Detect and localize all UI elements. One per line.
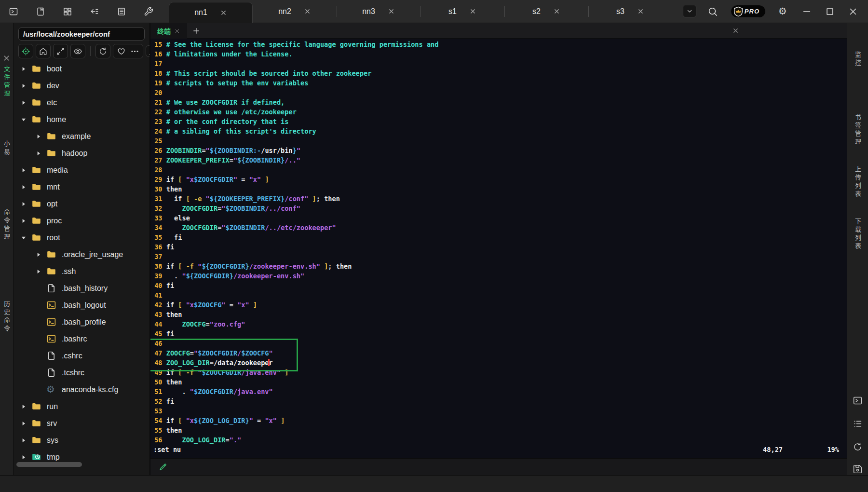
horizontal-scrollbar[interactable] (14, 461, 149, 468)
path-input[interactable]: /usr/local/zookeeper/conf (18, 27, 145, 41)
tree-item-home[interactable]: home (14, 111, 149, 128)
chevron-collapsed-icon[interactable] (35, 268, 42, 275)
left-rail-tab-文件管理[interactable]: 文件管理 (2, 66, 11, 98)
refresh-icon[interactable] (853, 442, 863, 452)
more-icon[interactable] (130, 47, 139, 56)
vim-editor[interactable]: 15 # See the License for the specific la… (150, 39, 847, 458)
close-tab-icon[interactable] (637, 8, 644, 15)
session-tab-nn2[interactable]: nn2 (253, 0, 337, 23)
terminal-tab[interactable]: 终端 (150, 23, 187, 39)
tree-item-run[interactable]: run (14, 398, 149, 415)
locate-icon-button[interactable] (18, 44, 33, 58)
chevron-collapsed-icon[interactable] (20, 66, 27, 72)
chevron-collapsed-icon[interactable] (35, 251, 42, 258)
minimize-icon[interactable] (801, 6, 812, 17)
tree-item-.bash_logout[interactable]: .bash_logout (14, 297, 149, 314)
right-rail-tab-书签管理[interactable]: 书签管理 (853, 114, 862, 147)
terminal-panel-close-icon[interactable] (732, 27, 739, 34)
left-rail-tab-命令管理[interactable]: 命令管理 (2, 209, 11, 242)
branch-icon[interactable] (88, 5, 101, 18)
tree-item-.bash_profile[interactable]: .bash_profile (14, 314, 149, 330)
session-tab-nn1[interactable]: nn1 (169, 2, 253, 23)
tree-item-anaconda-ks.cfg[interactable]: ⚙anaconda-ks.cfg (14, 381, 149, 398)
right-rail-tab-监控[interactable]: 监控 (853, 51, 862, 68)
close-tab-icon[interactable] (388, 8, 395, 15)
scrollbar-thumb[interactable] (16, 462, 82, 467)
close-tab-icon[interactable] (469, 8, 476, 15)
pen-icon[interactable] (158, 462, 168, 472)
right-rail-tab-下载列表[interactable]: 下载列表 (853, 218, 862, 251)
chevron-collapsed-icon[interactable] (20, 454, 27, 461)
list-icon[interactable] (853, 419, 863, 429)
panel-close-icon[interactable] (2, 54, 11, 62)
tree-item-proc[interactable]: proc (14, 212, 149, 229)
close-tab-icon[interactable] (220, 9, 227, 16)
chevron-collapsed-icon[interactable] (35, 150, 42, 157)
save-icon[interactable] (853, 464, 863, 474)
terminal-icon[interactable] (7, 5, 20, 18)
maximize-icon[interactable] (825, 6, 835, 17)
tree-item-example[interactable]: example (14, 128, 149, 145)
chevron-collapsed-icon[interactable] (35, 133, 42, 140)
tree-item-.oracle_jre_usage[interactable]: .oracle_jre_usage (14, 246, 149, 263)
tab-overflow-button[interactable] (683, 5, 696, 17)
tree-item-.bash_history[interactable]: .bash_history (14, 280, 149, 297)
resize-icon[interactable] (56, 47, 65, 56)
terminal-icon[interactable] (853, 396, 863, 406)
tree-item-media[interactable]: media (14, 162, 149, 178)
bookmark-icon[interactable] (34, 5, 47, 18)
heart-icon[interactable] (117, 47, 126, 56)
tree-item-.tcshrc[interactable]: .tcshrc (14, 364, 149, 381)
chevron-collapsed-icon[interactable] (20, 218, 27, 224)
chevron-collapsed-icon[interactable] (20, 201, 27, 207)
pro-badge[interactable]: PRO (731, 5, 766, 18)
session-tab-nn3[interactable]: nn3 (337, 0, 420, 23)
home-icon-button[interactable] (36, 44, 51, 58)
tree-item-.ssh[interactable]: .ssh (14, 263, 149, 280)
close-tab-icon[interactable] (553, 8, 560, 15)
new-terminal-icon[interactable] (192, 27, 201, 35)
search-icon[interactable] (707, 6, 718, 17)
tree-item-opt[interactable]: opt (14, 195, 149, 212)
close-window-icon[interactable] (848, 6, 858, 17)
tree-item-.cshrc[interactable]: .cshrc (14, 347, 149, 364)
heart-icon-button[interactable] (113, 44, 143, 58)
session-tab-s2[interactable]: s2 (504, 0, 588, 23)
layout-icon[interactable] (61, 5, 74, 18)
refresh-icon-button[interactable] (95, 44, 110, 58)
chevron-collapsed-icon[interactable] (20, 437, 27, 444)
chevron-collapsed-icon[interactable] (20, 420, 27, 427)
left-rail-tab-历史命令[interactable]: 历史命令 (2, 301, 11, 333)
eye-icon-button[interactable] (70, 44, 85, 58)
tree-item-root[interactable]: root (14, 229, 149, 246)
chevron-collapsed-icon[interactable] (20, 82, 27, 89)
tree-item-hadoop[interactable]: hadoop (14, 145, 149, 162)
chevron-collapsed-icon[interactable] (20, 167, 27, 174)
resize-icon-button[interactable] (53, 44, 68, 58)
close-tab-icon[interactable] (304, 8, 311, 15)
tree-item-dev[interactable]: dev (14, 77, 149, 94)
tree-item-srv[interactable]: srv (14, 415, 149, 432)
terminal-tab-close-icon[interactable] (174, 28, 180, 34)
chevron-collapsed-icon[interactable] (20, 403, 27, 410)
refresh-icon[interactable] (98, 47, 108, 56)
tree-item-sys[interactable]: sys (14, 432, 149, 449)
eye-icon[interactable] (73, 47, 82, 56)
session-tab-s3[interactable]: s3 (588, 0, 672, 23)
server-icon[interactable] (115, 5, 128, 18)
chevron-collapsed-icon[interactable] (20, 184, 27, 191)
chevron-expanded-icon[interactable] (20, 116, 27, 123)
home-icon[interactable] (39, 47, 48, 56)
chevron-expanded-icon[interactable] (20, 234, 27, 241)
chevron-collapsed-icon[interactable] (20, 99, 27, 106)
settings-icon[interactable]: ⚙ (778, 6, 789, 17)
left-rail-tab-小易[interactable]: 小易 (2, 140, 11, 157)
tree-item-boot[interactable]: boot (14, 60, 149, 77)
wrench-icon[interactable] (142, 5, 155, 18)
session-tab-s1[interactable]: s1 (420, 0, 504, 23)
locate-icon[interactable] (21, 47, 30, 56)
tree-item-mnt[interactable]: mnt (14, 178, 149, 195)
right-rail-tab-上传列表[interactable]: 上传列表 (853, 166, 862, 199)
tree-item-.bashrc[interactable]: .bashrc (14, 330, 149, 347)
tree-item-etc[interactable]: etc (14, 94, 149, 111)
